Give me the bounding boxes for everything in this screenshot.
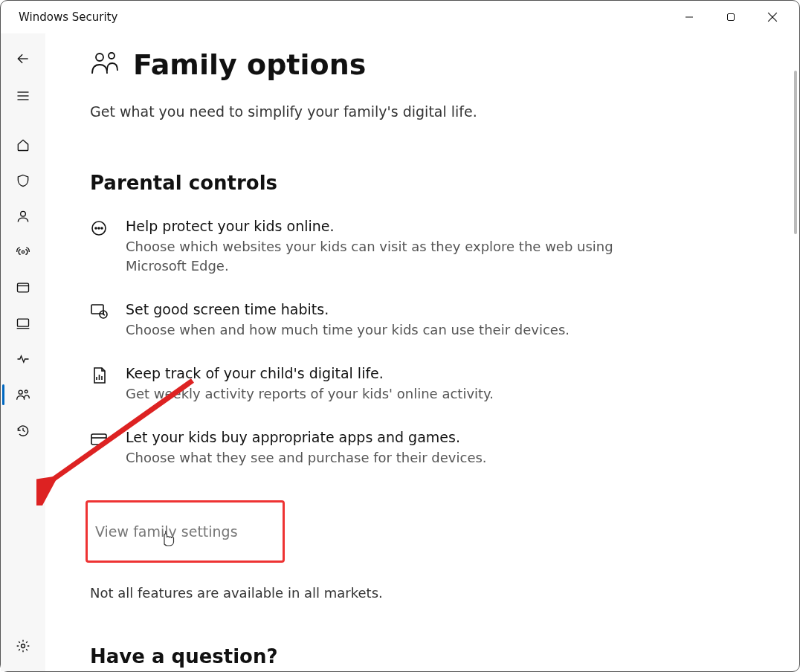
feature-title: Keep track of your child's digital life. [126,365,770,381]
sidebar-item-performance[interactable] [2,341,44,377]
feature-item: Set good screen time habits. Choose when… [90,301,770,340]
feature-item: Keep track of your child's digital life.… [90,365,770,404]
page-subtitle: Get what you need to simplify your famil… [90,103,770,120]
svg-rect-28 [91,434,106,445]
feature-item: Let your kids buy appropriate apps and g… [90,429,770,468]
report-icon [90,365,111,404]
family-icon [90,48,120,81]
feature-desc: Get weekly activity reports of your kids… [126,384,631,404]
maximize-button[interactable] [710,2,752,32]
scrollbar[interactable] [794,71,797,234]
feature-desc: Choose what they see and purchase for th… [126,448,631,468]
close-button[interactable] [752,2,793,32]
svg-rect-12 [18,319,29,326]
pointer-cursor-icon [159,528,175,550]
svg-point-14 [19,390,22,394]
page-title: Family options [133,48,366,81]
window-title: Windows Security [19,10,668,24]
window-frame: Windows Security [0,0,800,672]
page-header: Family options [90,48,770,81]
globe-icon [90,218,111,276]
svg-rect-23 [91,305,103,314]
sidebar-item-account[interactable] [2,198,44,234]
feature-title: Set good screen time habits. [126,301,770,317]
svg-rect-1 [728,14,735,21]
sidebar-item-firewall[interactable] [2,234,44,270]
sidebar-item-home[interactable] [2,127,44,163]
menu-button[interactable] [2,78,44,114]
availability-note: Not all features are available in all ma… [90,585,770,601]
svg-point-8 [21,211,26,216]
question-title: Have a question? [90,645,770,668]
svg-point-9 [22,251,24,253]
svg-point-18 [109,53,114,59]
section-title: Parental controls [90,172,770,194]
sidebar-item-device-security[interactable] [2,306,44,341]
sidebar-item-settings[interactable] [2,628,44,664]
card-icon [90,429,111,468]
feature-title: Let your kids buy appropriate apps and g… [126,429,770,445]
feature-item: Help protect your kids online. Choose wh… [90,218,770,276]
screen-time-icon [90,301,111,340]
feature-desc: Choose when and how much time your kids … [126,320,631,340]
sidebar-item-history[interactable] [2,413,44,448]
window-controls [668,2,793,32]
sidebar-item-app-browser[interactable] [2,270,44,306]
view-family-settings-link[interactable]: View family settings [86,500,285,563]
svg-point-21 [98,227,100,229]
minimize-button[interactable] [668,2,710,32]
svg-point-22 [101,227,103,229]
sidebar [1,33,45,671]
feature-title: Help protect your kids online. [126,218,770,234]
content-area[interactable]: Family options Get what you need to simp… [45,33,799,671]
sidebar-item-family[interactable] [2,377,44,413]
svg-point-16 [22,644,25,648]
feature-desc: Choose which websites your kids can visi… [126,237,631,276]
sidebar-item-virus[interactable] [2,163,44,198]
back-button[interactable] [2,39,44,78]
svg-point-15 [25,390,28,393]
svg-point-20 [95,227,97,229]
svg-rect-10 [18,283,29,292]
svg-point-17 [96,54,103,61]
titlebar: Windows Security [1,1,799,33]
